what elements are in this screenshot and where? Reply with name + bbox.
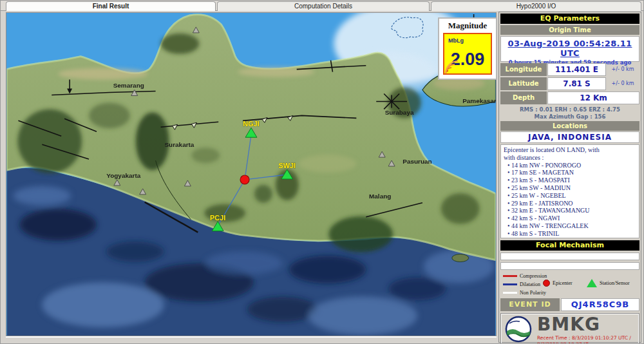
recent-time-lt: 8/3/2019 08:10:27 LT xyxy=(537,341,636,344)
origin-time-value: 03-Aug-2019 00:54:28.11 UTC xyxy=(501,39,639,58)
legend-non-polarity-label: Non Polarity xyxy=(520,290,546,296)
city-label-pamekasan: Pamekasan xyxy=(462,97,496,104)
rms-erh-erz: RMS : 0.01 ERH : 0.65 ERZ : 4.75 xyxy=(500,106,639,113)
focal-mechanism-strip-1 xyxy=(500,253,639,260)
dilatation-line-icon xyxy=(503,283,517,285)
epicenter-note-line2: with distances : xyxy=(504,154,636,162)
tab-computation-details[interactable]: Computation Details xyxy=(217,1,430,11)
legend-station-label: Station/Sensor xyxy=(600,280,630,286)
depth-value: 12 Km xyxy=(547,91,639,104)
distances-box: Epicenter is located ON LAND, with with … xyxy=(500,144,639,238)
distance-item: 25 km SW - MADIUN xyxy=(507,184,636,192)
latitude-error: +/- 0 km xyxy=(606,77,639,90)
legend-dilatation: Dilatation xyxy=(503,282,540,287)
tab-bar: Final Result Computation Details Hypo200… xyxy=(1,1,644,11)
city-label-semarang: Semarang xyxy=(113,82,144,89)
magnitude-type: MbLg xyxy=(448,37,464,44)
longitude-value: 111.401 E xyxy=(547,63,606,76)
tab-final-result[interactable]: Final Result xyxy=(6,1,216,11)
bmkg-footer: BMKG BMKG Recent Time : 8/3/2019 01:10:2… xyxy=(500,313,639,344)
station-label-pcji: PCJI xyxy=(210,214,225,222)
bmkg-logo: BMKG xyxy=(504,316,533,344)
event-id-value: QJ4R58C9B xyxy=(561,298,639,311)
seismic-waves-icon xyxy=(444,58,460,73)
magnitude-box: Magnitude MbLg 2.09 xyxy=(438,17,497,80)
magnitude-title: Magnitude xyxy=(439,21,496,31)
recent-time-utc: Recent Time : 8/3/2019 01:10:27 UTC / xyxy=(537,335,636,341)
map-panel: Semarang Surakarta Yogyakarta Surabaya P… xyxy=(6,12,497,336)
distance-item: 23 km S - MAOSPATI xyxy=(507,177,636,184)
distance-item: 32 km E - TAWANGMANGU xyxy=(507,207,636,215)
event-id-row: EVENT ID QJ4R58C9B xyxy=(500,298,639,311)
city-label-yogyakarta: Yogyakarta xyxy=(106,172,140,179)
latitude-row: Latitude 7.81 S +/- 0 km xyxy=(500,77,639,90)
legend-dilatation-label: Dilatation xyxy=(520,282,540,287)
seismic-map[interactable]: Semarang Surakarta Yogyakarta Surabaya P… xyxy=(6,13,496,336)
city-label-surakarta: Surakarta xyxy=(164,141,194,148)
tab-hypo2000-io[interactable]: Hypo2000 I/O xyxy=(431,1,641,11)
legend-compression: Compression xyxy=(503,273,547,279)
depth-label: Depth xyxy=(500,91,547,104)
epicenter-marker[interactable] xyxy=(240,175,249,184)
city-label-surabaya: Surabaya xyxy=(385,109,414,116)
epicenter-note-line1: Epicenter is located ON LAND, with xyxy=(504,146,636,154)
focal-mechanism-header: Focal Mechanism xyxy=(500,240,639,251)
distance-item: 25 km W - NGEBEL xyxy=(507,192,636,200)
distance-list: 14 km NW - PONOROGO 17 km SE - MAGETAN 2… xyxy=(507,162,636,238)
city-label-pasuruan: Pasuruan xyxy=(402,158,431,165)
station-label-ngji: NGJI xyxy=(243,120,260,128)
focal-mechanism-strip-2 xyxy=(500,262,639,270)
bmkg-brand: BMKG xyxy=(537,316,636,334)
magnitude-value-box: MbLg 2.09 xyxy=(443,33,492,75)
eq-parameters-panel: EQ Parameters Origin Time 03-Aug-2019 00… xyxy=(498,12,641,343)
distance-item: 42 km S - NGAWI xyxy=(507,215,636,222)
eq-parameters-header: EQ Parameters xyxy=(500,14,639,24)
legend-epicenter: Epicenter xyxy=(543,280,573,287)
depth-row: Depth 12 Km xyxy=(500,91,639,104)
app-window: Final Result Computation Details Hypo200… xyxy=(0,0,644,344)
station-triangle-icon xyxy=(587,279,597,287)
origin-time-box: 03-Aug-2019 00:54:28.11 UTC 0 hours 15 m… xyxy=(500,36,639,62)
origin-time-header: Origin Time xyxy=(500,25,639,35)
distance-item: 29 km E - JATISRONO xyxy=(507,200,636,207)
region-name: JAVA, INDONESIA xyxy=(500,131,639,143)
city-label-malang: Malang xyxy=(369,193,391,200)
quality-stats: RMS : 0.01 ERH : 0.65 ERZ : 4.75 Max Azi… xyxy=(500,104,639,121)
longitude-row: Longitude 111.401 E +/- 0 km xyxy=(500,63,639,76)
map-legend: Compression Dilatation Non Polarity Epic… xyxy=(500,271,639,297)
max-azimuth-gap: Max Azimuth Gap : 156 xyxy=(500,113,639,120)
legend-epicenter-label: Epicenter xyxy=(553,280,573,286)
distance-item: 48 km S - TRINIL xyxy=(507,230,636,238)
locations-header: Locations xyxy=(500,121,639,131)
longitude-error: +/- 0 km xyxy=(606,63,639,76)
distance-item: 17 km SE - MAGETAN xyxy=(507,169,636,177)
latitude-label: Latitude xyxy=(500,77,547,90)
legend-non-polarity: Non Polarity xyxy=(503,290,546,296)
distance-item: 44 km NW - TRENGGALEK xyxy=(507,222,636,230)
event-id-label: EVENT ID xyxy=(500,298,560,311)
non-polarity-line-icon xyxy=(503,292,517,294)
distance-item: 14 km NW - PONOROGO xyxy=(507,162,636,169)
compression-line-icon xyxy=(503,275,517,277)
station-label-swji: SWJI xyxy=(278,162,296,169)
epicenter-dot-icon xyxy=(543,280,550,287)
latitude-value: 7.81 S xyxy=(547,77,606,90)
legend-station: Station/Sensor xyxy=(587,279,630,287)
legend-compression-label: Compression xyxy=(520,273,547,279)
longitude-label: Longitude xyxy=(500,63,547,76)
